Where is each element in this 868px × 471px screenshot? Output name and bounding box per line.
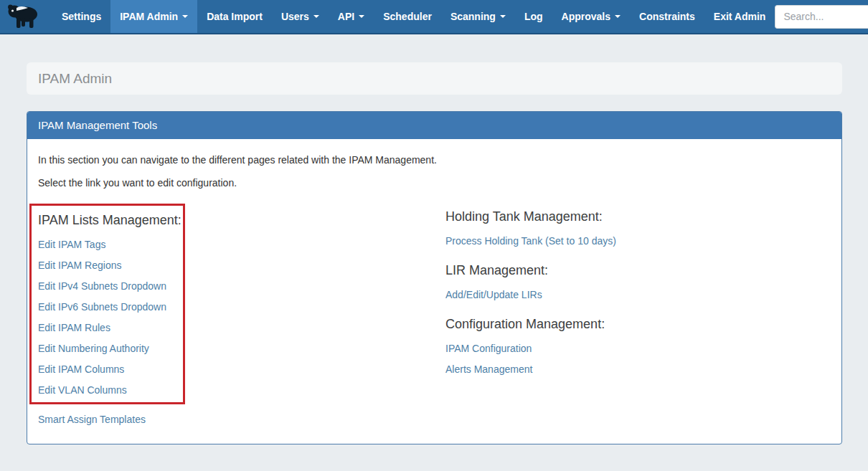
nav-item-api[interactable]: API — [329, 0, 374, 33]
ipam-management-panel: IPAM Management Tools In this section yo… — [27, 111, 842, 444]
nav-label: API — [338, 11, 354, 22]
nav-label: Scheduler — [383, 11, 432, 22]
caret-down-icon — [182, 15, 188, 18]
link-add-edit-update-lirs[interactable]: Add/Edit/Update LIRs — [445, 289, 831, 300]
link-smart-assign-templates[interactable]: Smart Assign Templates — [38, 414, 445, 425]
intro-text-2: Select the link you want to edit configu… — [38, 177, 831, 189]
panel-body: In this section you can navigate to the … — [27, 139, 841, 439]
page-title: IPAM Admin — [38, 71, 112, 87]
section-lir: LIR Management: Add/Edit/Update LIRs — [445, 263, 831, 300]
panel-title: IPAM Management Tools — [38, 119, 157, 131]
nav-item-scheduler[interactable]: Scheduler — [374, 0, 441, 33]
section-heading-lir: LIR Management: — [445, 263, 831, 278]
nav-item-settings[interactable]: Settings — [52, 0, 110, 33]
link-edit-ipam-tags[interactable]: Edit IPAM Tags — [38, 239, 183, 250]
nav-item-ipam-admin[interactable]: IPAM Admin — [110, 0, 197, 33]
intro-text-1: In this section you can navigate to the … — [38, 154, 831, 166]
link-edit-ipam-columns[interactable]: Edit IPAM Columns — [38, 363, 183, 375]
link-process-holding-tank[interactable]: Process Holding Tank (Set to 10 days) — [445, 235, 831, 247]
link-edit-numbering-authority[interactable]: Edit Numbering Authority — [38, 343, 183, 354]
nav-label: Settings — [62, 11, 101, 22]
nav-item-exit-admin[interactable]: Exit Admin — [704, 0, 775, 33]
nav-item-approvals[interactable]: Approvals — [552, 0, 630, 33]
nav-item-scanning[interactable]: Scanning — [441, 0, 515, 33]
link-edit-vlan-columns[interactable]: Edit VLAN Columns — [38, 384, 183, 396]
app-logo[interactable] — [0, 0, 48, 33]
link-edit-ipv4-subnets-dropdown[interactable]: Edit IPv4 Subnets Dropdown — [38, 280, 183, 292]
right-column: Holding Tank Management: Process Holding… — [445, 204, 831, 425]
nav-item-data-import[interactable]: Data Import — [197, 0, 272, 33]
page-container: IPAM Admin IPAM Management Tools In this… — [27, 62, 842, 444]
nav-label: IPAM Admin — [120, 11, 178, 22]
link-alerts-management[interactable]: Alerts Management — [445, 363, 831, 375]
top-navbar: Settings IPAM Admin Data Import Users AP… — [0, 0, 868, 34]
links-columns: IPAM Lists Management: Edit IPAM Tags Ed… — [38, 204, 831, 425]
nav-item-log[interactable]: Log — [515, 0, 552, 33]
nav-label: Users — [281, 11, 309, 22]
link-ipam-configuration[interactable]: IPAM Configuration — [445, 343, 831, 354]
highlight-box: IPAM Lists Management: Edit IPAM Tags Ed… — [29, 204, 185, 404]
caret-down-icon — [500, 15, 506, 18]
link-edit-ipam-rules[interactable]: Edit IPAM Rules — [38, 322, 183, 333]
nav-label: Constraints — [639, 11, 695, 22]
nav-label: Approvals — [562, 11, 610, 22]
search-input[interactable] — [775, 5, 868, 29]
section-heading-configuration: Configuration Management: — [445, 317, 831, 332]
nav-label: Exit Admin — [714, 11, 766, 22]
link-edit-ipv6-subnets-dropdown[interactable]: Edit IPv6 Subnets Dropdown — [38, 301, 183, 313]
search-group — [775, 5, 868, 29]
caret-down-icon — [615, 15, 621, 18]
nav-label: Scanning — [450, 11, 496, 22]
link-edit-ipam-regions[interactable]: Edit IPAM Regions — [38, 260, 183, 271]
section-configuration: Configuration Management: IPAM Configura… — [445, 317, 831, 375]
nav-label: Log — [524, 11, 543, 22]
navbar-right-group — [775, 0, 868, 33]
section-holding-tank: Holding Tank Management: Process Holding… — [445, 209, 831, 247]
nav-item-users[interactable]: Users — [272, 0, 329, 33]
nav-item-constraints[interactable]: Constraints — [630, 0, 704, 33]
caret-down-icon — [359, 15, 364, 18]
section-heading-ipam-lists: IPAM Lists Management: — [38, 213, 183, 228]
section-heading-holding-tank: Holding Tank Management: — [445, 209, 831, 224]
panel-heading: IPAM Management Tools — [27, 112, 841, 139]
panda-logo-icon — [6, 2, 41, 31]
nav-label: Data Import — [207, 11, 263, 22]
page-header: IPAM Admin — [27, 62, 842, 95]
caret-down-icon — [313, 15, 319, 18]
main-nav: Settings IPAM Admin Data Import Users AP… — [52, 0, 775, 33]
left-column: IPAM Lists Management: Edit IPAM Tags Ed… — [38, 204, 445, 425]
